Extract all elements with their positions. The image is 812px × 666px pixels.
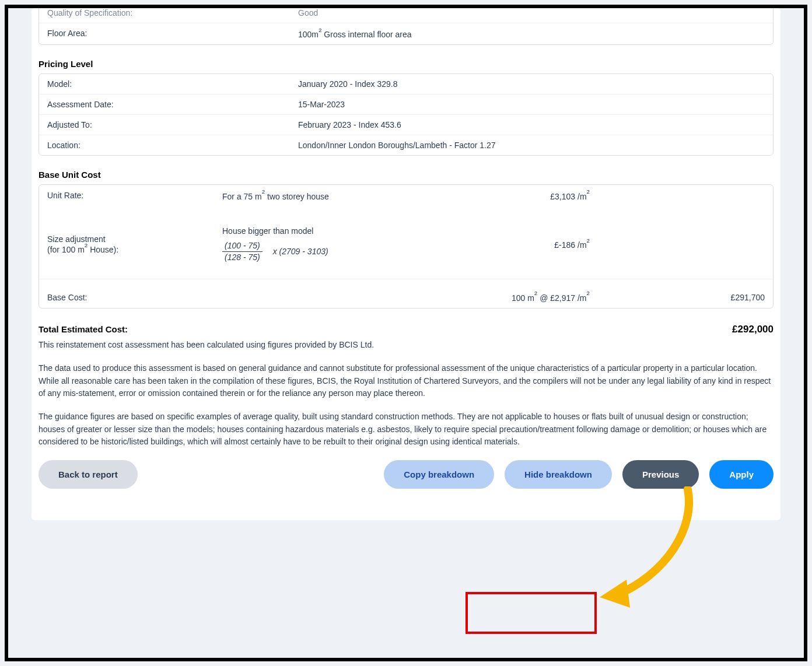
quality-value: Good	[298, 8, 765, 17]
size-adj-note: House bigger than model	[222, 226, 473, 236]
size-adj-formula: (100 - 75) (128 - 75) x (2709 - 3103)	[222, 240, 473, 262]
location-label: Location:	[47, 141, 298, 150]
floor-area-value: 100m2 Gross internal floor area	[298, 29, 765, 39]
floor-area-label: Floor Area:	[47, 29, 298, 39]
base-unit-cost-box: Unit Rate: For a 75 m2 two storey house …	[38, 184, 774, 309]
base-cost-row: Base Cost: 100 m2 @ £2,917 /m2 £291,700	[39, 279, 773, 309]
adjusted-to-label: Adjusted To:	[47, 120, 298, 129]
size-adjustment-price: £-186 /m2	[473, 239, 590, 250]
model-label: Model:	[47, 79, 298, 89]
disclaimer-applicability: The guidance figures are based on specif…	[38, 411, 774, 448]
total-estimated-amount: £292,000	[732, 324, 774, 335]
size-adjustment-row: Size adjustment (for 100 m2 House): Hous…	[39, 206, 773, 278]
table-row: Quality of Specification: Good	[39, 8, 773, 23]
base-cost-label: Base Cost:	[47, 293, 222, 302]
location-value: London/Inner London Boroughs/Lambeth - F…	[298, 141, 765, 150]
base-cost-qty: 100 m2 @ £2,917 /m2	[473, 292, 590, 303]
previous-button[interactable]: Previous	[622, 460, 699, 489]
assessment-date-label: Assessment Date:	[47, 100, 298, 109]
size-adjustment-label: Size adjustment (for 100 m2 House):	[47, 234, 222, 254]
unit-rate-row: Unit Rate: For a 75 m2 two storey house …	[39, 185, 773, 207]
assessment-date-value: 15-Mar-2023	[298, 100, 765, 109]
pricing-level-section: Pricing Level Model: January 2020 - Inde…	[32, 59, 780, 156]
table-row: Assessment Date: 15-Mar-2023	[39, 94, 773, 114]
size-adjustment-desc: House bigger than model (100 - 75) (128 …	[222, 226, 473, 262]
model-value: January 2020 - Index 329.8	[298, 79, 765, 89]
apply-button[interactable]: Apply	[709, 460, 774, 489]
pricing-level-box: Model: January 2020 - Index 329.8 Assess…	[38, 73, 774, 156]
back-to-report-button[interactable]: Back to report	[38, 460, 138, 489]
total-estimated-row: Total Estimated Cost: £292,000	[38, 324, 774, 335]
button-bar: Back to report Copy breakdown Hide break…	[38, 460, 774, 489]
quality-label: Quality of Specification:	[47, 8, 298, 17]
base-unit-cost-section: Base Unit Cost Unit Rate: For a 75 m2 tw…	[32, 170, 780, 309]
pricing-level-title: Pricing Level	[38, 59, 780, 69]
table-row: Model: January 2020 - Index 329.8	[39, 74, 773, 94]
base-cost-total: £291,700	[590, 293, 765, 302]
table-row: Adjusted To: February 2023 - Index 453.6	[39, 114, 773, 135]
unit-rate-label: Unit Rate:	[47, 191, 222, 200]
top-overflow-box: Quality of Specification: Good Floor Are…	[38, 8, 774, 45]
base-unit-cost-title: Base Unit Cost	[38, 170, 780, 180]
table-row: Location: London/Inner London Boroughs/L…	[39, 135, 773, 155]
highlight-annotation	[466, 592, 597, 634]
svg-marker-0	[600, 580, 630, 608]
hide-breakdown-button[interactable]: Hide breakdown	[505, 460, 612, 489]
copy-breakdown-button[interactable]: Copy breakdown	[384, 460, 494, 489]
disclaimer-source: This reinstatement cost assessment has b…	[38, 339, 774, 352]
adjusted-to-value: February 2023 - Index 453.6	[298, 120, 765, 129]
unit-rate-price: £3,103 /m2	[473, 191, 590, 201]
disclaimer-liability: The data used to produce this assessment…	[38, 362, 774, 400]
total-estimated-label: Total Estimated Cost:	[38, 324, 128, 334]
table-row: Floor Area: 100m2 Gross internal floor a…	[39, 23, 773, 44]
unit-rate-desc: For a 75 m2 two storey house	[222, 191, 473, 201]
